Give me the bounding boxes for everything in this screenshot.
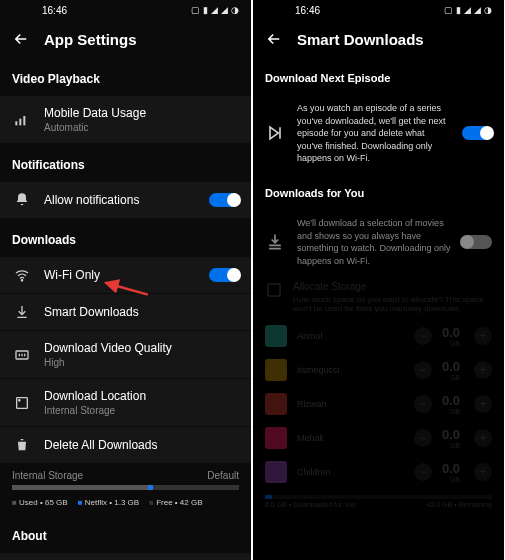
storage-icon [265, 281, 283, 313]
quality-icon [12, 347, 32, 363]
plus-button[interactable]: + [474, 361, 492, 379]
plus-button[interactable]: + [474, 327, 492, 345]
toggle-for-you[interactable] [462, 235, 492, 249]
row-wifi-only[interactable]: Wi-Fi Only [0, 257, 251, 294]
page-title: App Settings [44, 31, 137, 48]
profile-name: Rizwan [297, 399, 404, 409]
row-download-quality[interactable]: Download Video QualityHigh [0, 331, 251, 379]
profile-unit: GB [442, 442, 460, 449]
row-next-episode: As you watch an episode of a series you'… [253, 94, 504, 173]
header: Smart Downloads [253, 20, 504, 58]
row-sub: Automatic [44, 122, 239, 133]
toggle-next-episode[interactable] [462, 126, 492, 140]
svg-rect-0 [15, 121, 17, 125]
profile-row: Mehak−0.0GB+ [253, 421, 504, 455]
storage-header: Internal Storage Default [0, 464, 251, 481]
profile-row: Anmol−0.0GB+ [253, 319, 504, 353]
storage-bar [12, 485, 239, 490]
phone-left: 16:46 ▢▮◢◢◑ App Settings Video Playback … [0, 0, 251, 560]
profile-unit: GB [442, 340, 460, 347]
avatar [265, 427, 287, 449]
avatar [265, 393, 287, 415]
allocate-title: Allocate Storage [293, 281, 492, 292]
row-label: Smart Downloads [44, 305, 239, 319]
row-smart-downloads[interactable]: Smart Downloads [0, 294, 251, 331]
minus-button[interactable]: − [414, 361, 432, 379]
row-label: Delete All Downloads [44, 438, 239, 452]
storage-legend: Used • 65 GB Netflix • 1.3 GB Free • 42 … [0, 494, 251, 515]
play-next-icon [265, 123, 287, 143]
row-sub: High [44, 357, 239, 368]
signal-icon [12, 112, 32, 128]
row-delete-all[interactable]: Delete All Downloads [0, 427, 251, 464]
row-mobile-data[interactable]: Mobile Data UsageAutomatic [0, 96, 251, 144]
row-device[interactable]: Device Version: 8.10.0 build 7 (code 400… [0, 553, 251, 560]
minus-button[interactable]: − [414, 429, 432, 447]
page-title: Smart Downloads [297, 31, 424, 48]
download-stack-icon [265, 232, 287, 252]
profile-name: itsmegucci [297, 365, 404, 375]
section-about: About [0, 515, 251, 553]
status-bar: 16:46 ▢▮◢◢◑ [0, 0, 251, 20]
profile-val: 0.0 [442, 427, 460, 442]
status-time: 16:46 [295, 5, 320, 16]
profile-row: Rizwan−0.0GB+ [253, 387, 504, 421]
row-label: Mobile Data Usage [44, 106, 239, 120]
footer-right: 42.0 GB • Remaining [427, 501, 493, 508]
section-for-you: Downloads for You [253, 173, 504, 209]
section-notifications: Notifications [0, 144, 251, 182]
phone-right: 16:46 ▢▮◢◢◑ Smart Downloads Download Nex… [253, 0, 504, 560]
status-icons: ▢▮◢◢◑ [444, 5, 492, 15]
plus-button[interactable]: + [474, 429, 492, 447]
plus-button[interactable]: + [474, 395, 492, 413]
section-playback: Video Playback [0, 58, 251, 96]
row-label: Download Location [44, 389, 239, 403]
toggle-wifi-only[interactable] [209, 268, 239, 282]
back-icon[interactable] [265, 30, 283, 48]
avatar [265, 359, 287, 381]
svg-rect-5 [17, 397, 28, 408]
progress-footer: 0.0 GB • Downloaded for You 42.0 GB • Re… [253, 501, 504, 508]
toggle-notifications[interactable] [209, 193, 239, 207]
status-icons: ▢▮◢◢◑ [191, 5, 239, 15]
row-allow-notifications[interactable]: Allow notifications [0, 182, 251, 219]
row-sub: Internal Storage [44, 405, 239, 416]
svg-rect-8 [268, 284, 280, 296]
footer-left: 0.0 GB • Downloaded for You [265, 501, 356, 508]
svg-rect-1 [19, 118, 21, 125]
header: App Settings [0, 20, 251, 58]
dimmed-section: Allocate Storage How much space do you w… [253, 275, 504, 508]
minus-button[interactable]: − [414, 327, 432, 345]
minus-button[interactable]: − [414, 463, 432, 481]
section-next-episode: Download Next Episode [253, 58, 504, 94]
row-download-location[interactable]: Download LocationInternal Storage [0, 379, 251, 427]
next-episode-desc: As you watch an episode of a series you'… [297, 102, 452, 165]
bell-icon [12, 192, 32, 208]
profile-val: 0.0 [442, 359, 460, 374]
profile-name: Children [297, 467, 404, 477]
legend-free: Free • 42 GB [149, 498, 202, 507]
storage-default: Default [207, 470, 239, 481]
row-label: Allow notifications [44, 193, 197, 207]
profile-val: 0.0 [442, 393, 460, 408]
wifi-icon [12, 267, 32, 283]
plus-button[interactable]: + [474, 463, 492, 481]
profile-name: Anmol [297, 331, 404, 341]
profile-unit: GB [442, 476, 460, 483]
avatar [265, 461, 287, 483]
legend-used: Used • 65 GB [12, 498, 68, 507]
row-for-you: We'll download a selection of movies and… [253, 209, 504, 275]
back-icon[interactable] [12, 30, 30, 48]
profile-row: Children−0.0GB+ [253, 455, 504, 489]
status-time: 16:46 [42, 5, 67, 16]
row-label: Wi-Fi Only [44, 268, 197, 282]
profile-name: Mehak [297, 433, 404, 443]
section-downloads: Downloads [0, 219, 251, 257]
row-label: Download Video Quality [44, 341, 239, 355]
profile-val: 0.0 [442, 461, 460, 476]
download-icon [12, 304, 32, 320]
for-you-desc: We'll download a selection of movies and… [297, 217, 452, 267]
profile-val: 0.0 [442, 325, 460, 340]
minus-button[interactable]: − [414, 395, 432, 413]
avatar [265, 325, 287, 347]
